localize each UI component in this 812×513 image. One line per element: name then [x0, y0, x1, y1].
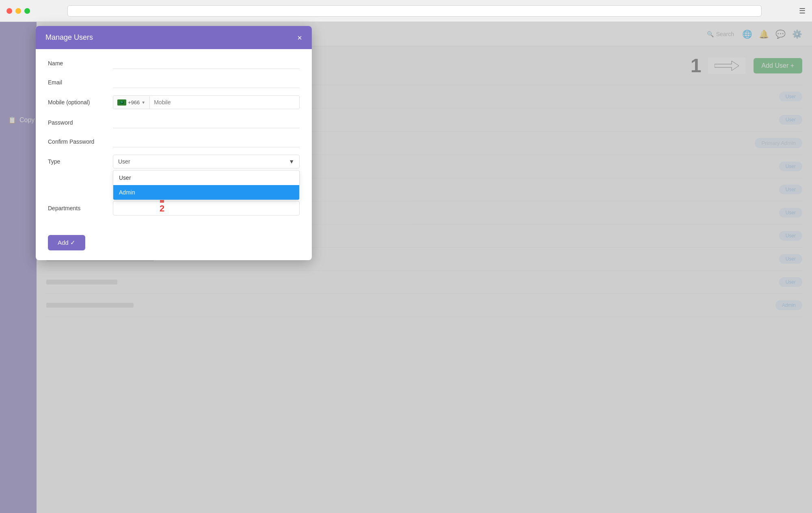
- modal-body: Name Email Mobile (optional) 🇸🇦 +966 ▼: [36, 49, 312, 231]
- type-selected-value: User: [118, 158, 130, 165]
- type-chevron-icon: ▼: [289, 158, 294, 165]
- departments-label: Departments: [48, 205, 113, 211]
- confirm-password-input[interactable]: [113, 136, 300, 147]
- modal-close-button[interactable]: ×: [297, 34, 302, 42]
- name-label: Name: [48, 60, 113, 67]
- flag-icon: 🇸🇦: [117, 99, 126, 106]
- password-input[interactable]: [113, 116, 300, 128]
- mobile-input[interactable]: [150, 96, 299, 109]
- password-label: Password: [48, 119, 113, 126]
- departments-field-row: Departments: [48, 201, 300, 216]
- password-field-row: Password: [48, 116, 300, 128]
- type-select-wrapper: User ▼ User Admin: [113, 155, 300, 168]
- traffic-light-red[interactable]: [6, 8, 12, 14]
- manage-users-modal: Manage Users × Name Email Mobile (option…: [36, 26, 312, 260]
- modal-backdrop: Manage Users × Name Email Mobile (option…: [0, 22, 812, 513]
- confirm-password-field-row: Confirm Password: [48, 136, 300, 147]
- departments-input[interactable]: [113, 201, 300, 216]
- name-input[interactable]: [113, 57, 300, 69]
- browser-chrome: ☰: [0, 0, 812, 22]
- chevron-down-icon: ▼: [141, 100, 145, 105]
- traffic-light-yellow[interactable]: [15, 8, 21, 14]
- confirm-password-label: Confirm Password: [48, 138, 113, 145]
- modal-footer: Add ✓: [36, 231, 312, 260]
- type-field-row: Type User ▼ User Admin: [48, 155, 300, 168]
- country-code-selector[interactable]: 🇸🇦 +966 ▼: [113, 96, 150, 109]
- traffic-light-green[interactable]: [24, 8, 30, 14]
- address-bar[interactable]: [67, 5, 762, 17]
- email-label: Email: [48, 79, 113, 86]
- type-dropdown-menu: User Admin: [113, 170, 300, 200]
- add-button[interactable]: Add ✓: [48, 235, 85, 250]
- mobile-input-group: 🇸🇦 +966 ▼: [113, 95, 300, 109]
- add-button-label: Add ✓: [58, 239, 76, 246]
- email-field-row: Email: [48, 76, 300, 88]
- modal-header: Manage Users ×: [36, 26, 312, 49]
- mobile-field-row: Mobile (optional) 🇸🇦 +966 ▼: [48, 95, 300, 109]
- modal-title: Manage Users: [45, 33, 93, 42]
- name-field-row: Name: [48, 57, 300, 69]
- dropdown-item-admin[interactable]: Admin: [113, 185, 299, 200]
- hamburger-icon[interactable]: ☰: [799, 6, 806, 15]
- type-select-display[interactable]: User ▼: [113, 155, 300, 168]
- type-label: Type: [48, 158, 113, 165]
- email-input[interactable]: [113, 76, 300, 88]
- dropdown-item-user[interactable]: User: [113, 170, 299, 185]
- traffic-lights: [6, 8, 30, 14]
- mobile-label: Mobile (optional): [48, 99, 113, 106]
- phone-code: +966: [128, 99, 140, 106]
